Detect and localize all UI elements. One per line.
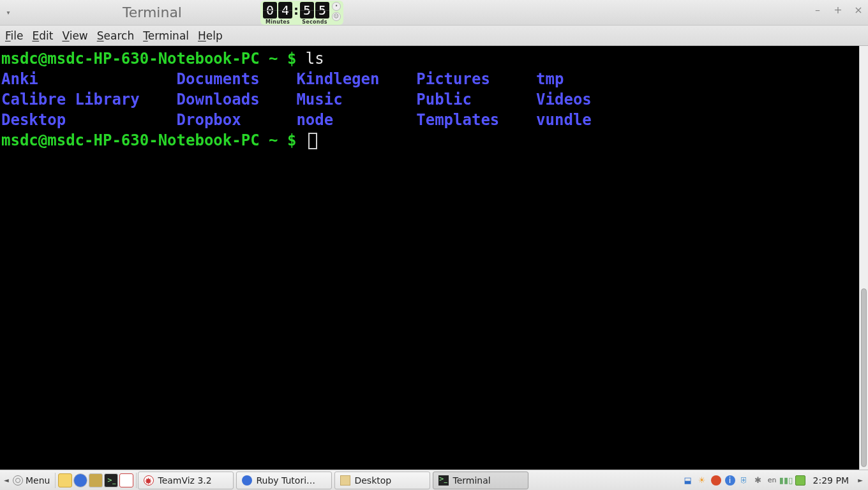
menu-edit[interactable]: Edit (32, 29, 53, 42)
tray-shield-icon[interactable]: ⛨ (739, 475, 749, 486)
menubar: File Edit View Search Terminal Help (0, 26, 868, 46)
quicklaunch-media-icon[interactable] (89, 473, 103, 487)
teamviz-icon: ✸ (144, 475, 154, 486)
panel-scroll-right[interactable]: ► (857, 477, 864, 484)
folder-icon (340, 475, 350, 486)
start-menu-label: Menu (26, 475, 50, 486)
taskbar: ◄ Menu >_ ✸TeamViz 3.2Ruby Tutori…Deskto… (0, 470, 868, 490)
timer-widget[interactable]: 0 4 Minutes : 5 5 Seconds • ☺ (260, 1, 343, 25)
timer-colon: : (292, 2, 300, 19)
menu-file[interactable]: File (5, 29, 23, 42)
timer-minutes-ones: 4 (278, 2, 292, 19)
tray-update-icon[interactable] (711, 475, 721, 486)
timer-face-button[interactable]: ☺ (332, 12, 341, 21)
tray-info-icon[interactable]: i (725, 475, 735, 486)
task-ruby-tutori-[interactable]: Ruby Tutori… (236, 471, 332, 489)
window-titlebar: ▾ 0 4 Minutes : 5 5 Seconds • ☺ Terminal… (0, 0, 868, 26)
gear-icon (13, 475, 23, 486)
tray-weather-icon[interactable]: ☀ (697, 475, 707, 486)
menu-help[interactable]: Help (198, 29, 223, 42)
start-menu-button[interactable]: Menu (8, 471, 55, 490)
tray-bluetooth-icon[interactable]: ✱ (753, 475, 763, 486)
quicklaunch-firefox-icon[interactable] (73, 473, 87, 487)
menu-terminal[interactable]: Terminal (143, 29, 189, 42)
timer-seconds-ones: 5 (315, 2, 329, 19)
scrollbar-thumb[interactable] (861, 288, 867, 467)
window-title: Terminal (123, 4, 182, 20)
window-maximize-button[interactable]: + (832, 5, 844, 17)
tray-network-icon[interactable]: ▮▮▯ (781, 475, 791, 486)
timer-minutes-label: Minutes (266, 19, 290, 25)
task-label: Ruby Tutori… (256, 475, 315, 486)
menu-view[interactable]: View (62, 29, 87, 42)
menu-search[interactable]: Search (97, 29, 134, 42)
tray-keyboard-layout[interactable]: en (767, 475, 777, 486)
tray-dropbox-icon[interactable]: ⬓ (683, 475, 693, 486)
timer-minutes-tens: 0 (263, 2, 277, 19)
task-label: TeamViz 3.2 (158, 475, 211, 486)
quicklaunch-calendar-icon[interactable] (119, 473, 133, 487)
timer-seconds-tens: 5 (300, 2, 314, 19)
tray-battery-icon[interactable] (795, 475, 805, 486)
task-terminal[interactable]: >_Terminal (433, 471, 528, 489)
task-label: Terminal (453, 475, 490, 486)
terminal-output[interactable]: msdc@msdc-HP-630-Notebook-PC ~ $ ls Anki… (0, 46, 859, 470)
window-close-button[interactable]: × (853, 5, 864, 17)
firefox-icon (242, 475, 252, 486)
system-tray: ⬓ ☀ i ⛨ ✱ en ▮▮▯ 2:29 PM ► (679, 475, 868, 486)
task-label: Desktop (354, 475, 391, 486)
tray-clock[interactable]: 2:29 PM (809, 475, 853, 486)
timer-dot-button[interactable]: • (332, 2, 341, 11)
task-desktop[interactable]: Desktop (334, 471, 430, 489)
quicklaunch-terminal-icon[interactable]: >_ (104, 473, 118, 487)
panel-scroll-left[interactable]: ◄ (0, 471, 8, 490)
task-teamviz-3-2[interactable]: ✸TeamViz 3.2 (138, 471, 234, 489)
quicklaunch-notes-icon[interactable] (58, 473, 72, 487)
timer-seconds-label: Seconds (302, 19, 327, 25)
quicklaunch: >_ (56, 473, 136, 487)
window-minimize-button[interactable]: – (812, 5, 823, 17)
terminal-scrollbar[interactable] (859, 46, 868, 470)
terminal-icon: >_ (438, 475, 449, 486)
titlebar-menu-dropdown[interactable]: ▾ (0, 9, 13, 16)
